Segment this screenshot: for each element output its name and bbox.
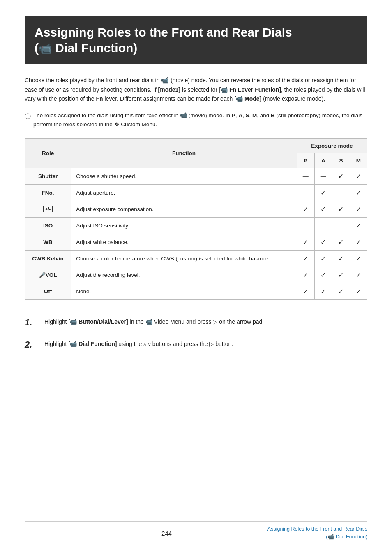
cell-exposure-a: ✓ xyxy=(314,234,332,250)
cell-exposure-a: ✓ xyxy=(314,184,332,201)
table-row: FNo.Adjust aperture.—✓—✓ xyxy=(25,184,367,201)
cell-exposure-m: ✓ xyxy=(350,283,367,299)
cell-function: None. xyxy=(71,283,297,299)
table-row: WBAdjust white balance.✓✓✓✓ xyxy=(25,234,367,250)
step-1: 1. Highlight [📹 Button/Dial/Lever] in th… xyxy=(25,317,367,328)
steps-section: 1. Highlight [📹 Button/Dial/Lever] in th… xyxy=(25,317,367,362)
cell-role: ISO xyxy=(25,217,71,234)
cell-function: Adjust exposure compensation. xyxy=(71,201,297,217)
table-row: +/-Adjust exposure compensation.✓✓✓✓ xyxy=(25,201,367,217)
table-row: ISOAdjust ISO sensitivity.———✓ xyxy=(25,217,367,234)
cell-exposure-a: ✓ xyxy=(314,267,332,283)
note-box: ⓘ The roles assigned to the dials using … xyxy=(25,111,367,129)
cell-function: Adjust ISO sensitivity. xyxy=(71,217,297,234)
role-table: Role Function Exposure mode P A S M Shut… xyxy=(25,138,367,300)
cell-exposure-p: ✓ xyxy=(297,267,314,283)
step-2: 2. Highlight [📹 Dial Function] using the… xyxy=(25,339,367,350)
cell-exposure-p: ✓ xyxy=(297,201,314,217)
cell-function: Choose a color temperature when CWB (cus… xyxy=(71,250,297,267)
col-header-function: Function xyxy=(71,138,297,168)
cell-function: Adjust aperture. xyxy=(71,184,297,201)
cell-exposure-m: ✓ xyxy=(350,201,367,217)
page-title: Assigning Roles to the Front and Rear Di… xyxy=(35,25,357,56)
cell-exposure-p: ✓ xyxy=(297,283,314,299)
cell-exposure-s: ✓ xyxy=(332,267,350,283)
cell-exposure-p: ✓ xyxy=(297,250,314,267)
col-header-exposure: Exposure mode xyxy=(297,138,367,153)
footer-page-number: 244 xyxy=(66,530,267,537)
cell-function: Adjust the recording level. xyxy=(71,267,297,283)
col-header-m: M xyxy=(350,153,367,168)
cell-exposure-a: ✓ xyxy=(314,250,332,267)
table-row: 🎤VOLAdjust the recording level.✓✓✓✓ xyxy=(25,267,367,283)
cell-exposure-s: — xyxy=(332,184,350,201)
cell-exposure-s: ✓ xyxy=(332,234,350,250)
note-text: The roles assigned to the dials using th… xyxy=(33,111,367,129)
cell-exposure-s: ✓ xyxy=(332,168,350,184)
col-header-p: P xyxy=(297,153,314,168)
col-header-a: A xyxy=(314,153,332,168)
col-header-role: Role xyxy=(25,138,71,168)
cell-exposure-p: — xyxy=(297,184,314,201)
cell-exposure-p: — xyxy=(297,217,314,234)
cell-role: CWB Kelvin xyxy=(25,250,71,267)
step-2-number: 2. xyxy=(25,339,40,350)
cell-exposure-m: ✓ xyxy=(350,250,367,267)
cell-exposure-s: — xyxy=(332,217,350,234)
cell-exposure-p: ✓ xyxy=(297,234,314,250)
cell-role: +/- xyxy=(25,201,71,217)
cell-exposure-a: — xyxy=(314,217,332,234)
header-box: Assigning Roles to the Front and Rear Di… xyxy=(25,16,367,64)
step-1-number: 1. xyxy=(25,317,40,328)
cell-function: Choose a shutter speed. xyxy=(71,168,297,184)
movie-icon-title: 📹 xyxy=(39,42,52,55)
table-row: OffNone.✓✓✓✓ xyxy=(25,283,367,299)
col-header-s: S xyxy=(332,153,350,168)
cell-exposure-s: ✓ xyxy=(332,250,350,267)
cell-exposure-s: ✓ xyxy=(332,283,350,299)
cell-role: FNo. xyxy=(25,184,71,201)
step-2-text: Highlight [📹 Dial Function] using the ▵ … xyxy=(44,339,367,349)
cell-exposure-m: ✓ xyxy=(350,217,367,234)
cell-exposure-m: ✓ xyxy=(350,184,367,201)
cell-exposure-p: — xyxy=(297,168,314,184)
page: Assigning Roles to the Front and Rear Di… xyxy=(0,0,392,557)
table-row: CWB KelvinChoose a color temperature whe… xyxy=(25,250,367,267)
cell-role: Off xyxy=(25,283,71,299)
footer-link[interactable]: Assigning Roles to the Front and Rear Di… xyxy=(267,526,367,541)
intro-paragraph: Choose the roles played by the front and… xyxy=(25,75,367,104)
table-row: ShutterChoose a shutter speed.——✓✓ xyxy=(25,168,367,184)
cell-role: Shutter xyxy=(25,168,71,184)
cell-role: 🎤VOL xyxy=(25,267,71,283)
cell-exposure-a: ✓ xyxy=(314,283,332,299)
footer: 244 Assigning Roles to the Front and Rea… xyxy=(25,521,367,541)
cell-exposure-s: ✓ xyxy=(332,201,350,217)
step-1-text: Highlight [📹 Button/Dial/Lever] in the 📹… xyxy=(44,317,367,327)
cell-exposure-a: — xyxy=(314,168,332,184)
cell-exposure-m: ✓ xyxy=(350,234,367,250)
cell-function: Adjust white balance. xyxy=(71,234,297,250)
cell-role: WB xyxy=(25,234,71,250)
cell-exposure-m: ✓ xyxy=(350,168,367,184)
info-icon: ⓘ xyxy=(25,111,31,121)
cell-exposure-m: ✓ xyxy=(350,267,367,283)
cell-exposure-a: ✓ xyxy=(314,201,332,217)
